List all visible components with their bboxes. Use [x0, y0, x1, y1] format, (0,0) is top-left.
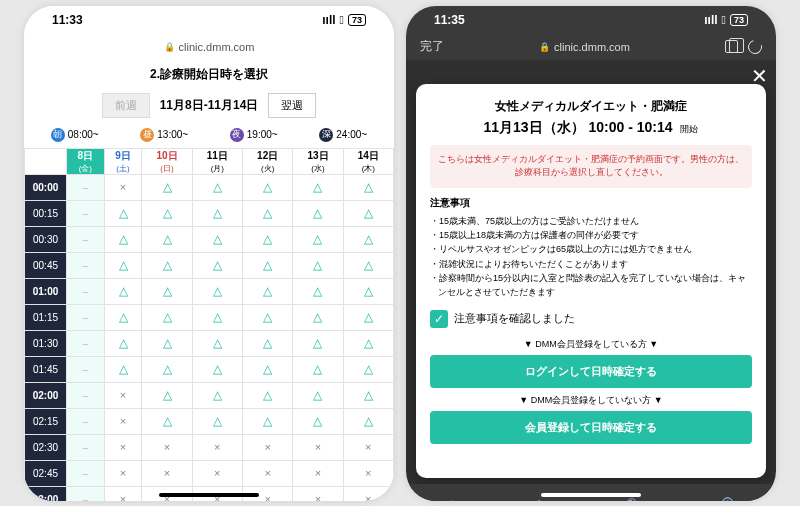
slot-cell[interactable]: △ — [104, 226, 142, 252]
slot-cell[interactable]: △ — [343, 356, 393, 382]
slot-cell[interactable]: △ — [192, 174, 242, 200]
slot-cell: × — [192, 434, 242, 460]
slot-cell[interactable]: △ — [104, 200, 142, 226]
slot-cell: – — [67, 356, 105, 382]
slot-cell[interactable]: △ — [293, 174, 343, 200]
reload-icon[interactable] — [745, 37, 764, 56]
slot-cell[interactable]: △ — [343, 252, 393, 278]
slot-cell[interactable]: △ — [192, 278, 242, 304]
day-header[interactable]: 12日(火) — [243, 148, 293, 174]
slot-cell[interactable]: △ — [343, 304, 393, 330]
slot-cell[interactable]: △ — [142, 252, 192, 278]
slot-cell[interactable]: △ — [343, 330, 393, 356]
slot-cell[interactable]: △ — [293, 382, 343, 408]
home-indicator[interactable] — [159, 493, 259, 497]
battery-icon: 73 — [348, 14, 366, 26]
slot-cell[interactable]: △ — [142, 200, 192, 226]
slot-cell[interactable]: △ — [142, 382, 192, 408]
slot-cell[interactable]: △ — [142, 174, 192, 200]
slot-cell[interactable]: △ — [343, 226, 393, 252]
slot-cell[interactable]: △ — [243, 356, 293, 382]
week-range: 11月8日-11月14日 — [160, 97, 259, 114]
slot-cell[interactable]: △ — [104, 252, 142, 278]
slot-cell: × — [293, 460, 343, 486]
week-navigation: 前週 11月8日-11月14日 翌週 — [24, 89, 394, 126]
slot-cell[interactable]: △ — [243, 330, 293, 356]
slot-cell[interactable]: △ — [243, 200, 293, 226]
checkbox-checked-icon[interactable]: ✓ — [430, 310, 448, 328]
slot-cell[interactable]: △ — [192, 330, 242, 356]
prev-week-button[interactable]: 前週 — [102, 93, 150, 118]
slot-cell[interactable]: △ — [192, 200, 242, 226]
slot-cell[interactable]: △ — [293, 252, 343, 278]
slot-cell[interactable]: △ — [142, 356, 192, 382]
slot-cell[interactable]: △ — [104, 356, 142, 382]
lock-icon: 🔒 — [164, 42, 175, 52]
slot-cell[interactable]: △ — [243, 278, 293, 304]
phone-right-confirm: 11:35 ııll 􀙇 73 完了 🔒 clinic.dmm.com ✕ 女性… — [406, 6, 776, 501]
register-confirm-button[interactable]: 会員登録して日時確定する — [430, 411, 752, 444]
slot-cell: × — [142, 434, 192, 460]
day-header[interactable]: 8日(金) — [67, 148, 105, 174]
slot-cell[interactable]: △ — [192, 252, 242, 278]
confirm-checkbox-row[interactable]: ✓ 注意事項を確認しました — [430, 310, 752, 328]
slot-cell[interactable]: △ — [243, 252, 293, 278]
slot-cell[interactable]: △ — [142, 304, 192, 330]
slot-cell[interactable]: △ — [243, 174, 293, 200]
slot-cell[interactable]: △ — [293, 226, 343, 252]
slot-cell[interactable]: △ — [343, 382, 393, 408]
slot-cell[interactable]: △ — [293, 304, 343, 330]
next-week-button[interactable]: 翌週 — [268, 93, 316, 118]
slot-cell[interactable]: △ — [104, 330, 142, 356]
slot-cell[interactable]: △ — [343, 174, 393, 200]
slot-cell[interactable]: △ — [293, 200, 343, 226]
slot-cell[interactable]: △ — [243, 382, 293, 408]
slot-cell[interactable]: △ — [142, 408, 192, 434]
slot-cell[interactable]: △ — [192, 304, 242, 330]
slot-cell: × — [104, 174, 142, 200]
login-confirm-button[interactable]: ログインして日時確定する — [430, 355, 752, 388]
slot-cell[interactable]: △ — [343, 200, 393, 226]
confirmation-sheet: 女性メディカルダイエット・肥満症 11月13日（水） 10:00 - 10:14… — [416, 84, 766, 478]
day-header[interactable]: 13日(水) — [293, 148, 343, 174]
slot-cell[interactable]: △ — [293, 408, 343, 434]
compass-icon[interactable]: ◎ — [721, 493, 734, 501]
slot-cell[interactable]: △ — [243, 408, 293, 434]
day-header[interactable]: 9日(土) — [104, 148, 142, 174]
slot-cell[interactable]: △ — [343, 278, 393, 304]
slot-cell[interactable]: △ — [142, 330, 192, 356]
slot-cell[interactable]: △ — [104, 304, 142, 330]
signal-icon: ııll — [322, 13, 335, 27]
day-header[interactable]: 11日(月) — [192, 148, 242, 174]
slot-cell[interactable]: △ — [243, 226, 293, 252]
slot-cell[interactable]: △ — [142, 226, 192, 252]
day-header[interactable]: 10日(日) — [142, 148, 192, 174]
done-button[interactable]: 完了 — [420, 38, 444, 55]
note-item: ・リベルサスやオゼンピックは65歳以上の方には処方できません — [430, 242, 752, 256]
note-item: ・診察時間から15分以内に入室と問診表の記入を完了していない場合は、キャンセルと… — [430, 271, 752, 300]
slot-cell[interactable]: △ — [192, 226, 242, 252]
slot-cell: × — [104, 408, 142, 434]
slot-cell[interactable]: △ — [192, 356, 242, 382]
slot-cell[interactable]: △ — [293, 330, 343, 356]
modal-backdrop: ✕ 女性メディカルダイエット・肥満症 11月13日（水） 10:00 - 10:… — [406, 60, 776, 501]
slot-cell[interactable]: △ — [104, 278, 142, 304]
time-label: 00:15 — [25, 200, 67, 226]
home-indicator[interactable] — [541, 493, 641, 497]
confirm-label: 注意事項を確認しました — [454, 311, 575, 326]
slot-cell[interactable]: △ — [192, 382, 242, 408]
slot-cell: – — [67, 174, 105, 200]
slot-cell[interactable]: △ — [343, 408, 393, 434]
tabs-icon[interactable] — [725, 40, 738, 53]
day-header[interactable]: 14日(木) — [343, 148, 393, 174]
slot-cell[interactable]: △ — [293, 356, 343, 382]
slot-cell[interactable]: △ — [142, 278, 192, 304]
slot-cell[interactable]: △ — [293, 278, 343, 304]
schedule-row: 01:45–△△△△△△ — [25, 356, 394, 382]
slot-cell[interactable]: △ — [243, 304, 293, 330]
slot-cell: – — [67, 486, 105, 501]
legend-item: 夜19:00~ — [230, 128, 278, 142]
slot-cell[interactable]: △ — [192, 408, 242, 434]
status-bar: 11:35 ııll 􀙇 73 — [406, 6, 776, 34]
back-icon[interactable]: ‹ — [448, 493, 453, 501]
